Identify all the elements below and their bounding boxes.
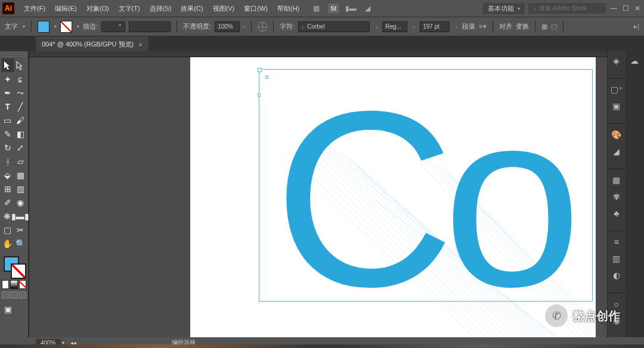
close-tab-icon[interactable]: × [138, 41, 142, 48]
pen-tool[interactable]: ✒ [1, 86, 14, 100]
gpu-icon[interactable]: ◢ [363, 4, 372, 13]
symbols-panel-icon[interactable]: ♣ [611, 207, 623, 219]
gradient-panel-icon[interactable]: ▥ [611, 253, 623, 265]
shape-builder-tool[interactable]: ⬙ [1, 168, 14, 182]
isolate-icon[interactable]: ▦ [541, 23, 547, 30]
artboards-icon[interactable]: ▣ [611, 100, 623, 112]
hand-tool[interactable]: ✋ [1, 237, 14, 250]
chevron-down-icon[interactable]: ⌄ [374, 24, 379, 29]
document-area[interactable]: Co [29, 51, 607, 337]
screen-mode-tool[interactable]: ▣ [1, 302, 15, 316]
close-button[interactable]: ✕ [633, 4, 642, 13]
maximize-button[interactable]: ☐ [621, 4, 630, 13]
align-label[interactable]: 对齐 [499, 22, 512, 31]
stroke-width-input[interactable]: ⌃ [101, 21, 125, 32]
magic-wand-tool[interactable]: ✦ [1, 72, 14, 86]
menu-help[interactable]: 帮助(H) [273, 4, 304, 13]
panel-grip-icon[interactable] [1, 52, 27, 57]
stroke-panel-icon[interactable]: ≡ [611, 236, 623, 248]
menu-object[interactable]: 对象(O) [82, 4, 114, 13]
brushes-panel-icon[interactable]: ✾ [611, 191, 623, 203]
collapse-panel-icon[interactable]: ▸| [634, 23, 639, 30]
arrange-icon[interactable]: ▮▬ [346, 4, 355, 13]
stroke-color-swatch[interactable] [60, 21, 72, 33]
chevron-down-icon[interactable]: ▾ [23, 24, 25, 29]
new-doc-icon[interactable]: ▢⁺ [611, 83, 623, 95]
anchor-point-icon[interactable] [265, 76, 268, 79]
chevron-down-icon[interactable]: ⌄ [454, 24, 459, 29]
draw-normal-icon[interactable] [2, 291, 9, 299]
color-guide-icon[interactable]: ◢ [611, 145, 623, 157]
vari-width-profile[interactable] [129, 21, 171, 32]
shaper-tool[interactable]: ✎ [1, 127, 14, 141]
ruler-horizontal[interactable] [29, 51, 607, 57]
lasso-tool[interactable]: ɕ [14, 72, 27, 86]
rotate-tool[interactable]: ↻ [1, 141, 14, 154]
layout-icon[interactable]: ▦ [311, 4, 321, 13]
eyedropper-tool[interactable]: ✐ [1, 195, 14, 209]
zoom-tool[interactable]: 🔍 [14, 237, 27, 250]
color-panel-icon[interactable]: 🎨 [611, 129, 623, 141]
knockout-icon[interactable]: ▢ [551, 23, 557, 30]
menu-effect[interactable]: 效果(C) [176, 4, 208, 13]
type-tool[interactable]: T [1, 100, 14, 113]
fill-color-swatch[interactable] [38, 21, 49, 33]
artboard-tool[interactable]: ▢ [1, 223, 14, 237]
none-color-icon[interactable] [19, 280, 26, 289]
free-transform-tool[interactable]: ▱ [14, 154, 27, 168]
draw-behind-icon[interactable] [10, 291, 17, 299]
opacity-flyout-icon[interactable]: › [243, 24, 245, 30]
menu-view[interactable]: 视图(V) [208, 4, 240, 13]
properties-panel-icon[interactable]: ◈ [611, 55, 623, 67]
artboard[interactable]: Co [190, 57, 596, 337]
menu-file[interactable]: 文件(F) [19, 4, 50, 13]
font-weight-input[interactable]: Reg... [382, 21, 407, 32]
mesh-tool[interactable]: ⊞ [1, 182, 14, 195]
anchor-point-icon[interactable] [258, 94, 261, 97]
font-family-input[interactable]: ⌕Corbel [298, 21, 370, 32]
stroke-swatch-icon[interactable] [11, 263, 26, 279]
para-align-icon[interactable]: ≡▾ [479, 23, 486, 30]
selection-tool[interactable] [1, 58, 14, 72]
curvature-tool[interactable]: ⤳ [14, 86, 27, 100]
eraser-tool[interactable]: ◧ [14, 127, 27, 141]
graph-tool[interactable]: ▮▬▮ [13, 209, 27, 223]
menu-edit[interactable]: 编辑(E) [50, 4, 82, 13]
gradient-color-icon[interactable] [10, 280, 17, 289]
font-size-input[interactable]: 197 pt [420, 21, 450, 32]
opacity-input[interactable]: 100% [215, 21, 240, 32]
gradient-tool[interactable]: ▥ [14, 182, 27, 195]
swatches-panel-icon[interactable]: ▦ [611, 174, 623, 186]
draw-inside-icon[interactable] [19, 291, 26, 299]
menu-type[interactable]: 文字(T) [114, 4, 145, 13]
menu-select[interactable]: 选择(S) [145, 4, 177, 13]
chevron-down-icon[interactable]: ▾ [54, 24, 57, 29]
selection-bounding-box[interactable] [259, 69, 593, 302]
watermark: ✆ 整点创作 [545, 304, 620, 327]
slice-tool[interactable]: ✂ [14, 223, 27, 237]
paintbrush-tool[interactable]: 🖌 [14, 113, 27, 127]
transparency-panel-icon[interactable]: ◐ [611, 269, 623, 281]
direct-selection-tool[interactable] [14, 58, 27, 72]
stock-search-input[interactable]: ⌕搜索 Adobe Stock [528, 3, 606, 14]
chevron-down-icon[interactable]: ⌄ [412, 24, 416, 29]
stock-icon[interactable]: St [328, 4, 339, 13]
solid-color-icon[interactable] [2, 280, 9, 289]
workspace-selector[interactable]: 基本功能▾ [483, 3, 525, 14]
recolor-icon[interactable] [258, 22, 267, 32]
document-tab[interactable]: 004* @ 400% (RGB/GPU 预览) × [36, 37, 148, 51]
libraries-icon[interactable]: ☁ [628, 55, 640, 67]
chevron-down-icon[interactable]: ▾ [77, 24, 79, 29]
blend-tool[interactable]: ◉ [14, 195, 27, 209]
transform-label[interactable]: 变换 [516, 22, 529, 31]
rectangle-tool[interactable]: ▭ [1, 113, 14, 127]
fill-stroke-swatches[interactable] [1, 255, 27, 279]
scale-tool[interactable]: ⤢ [14, 141, 27, 154]
perspective-tool[interactable]: ▦ [14, 168, 27, 182]
width-tool[interactable]: ⟊ [1, 154, 14, 168]
char-label: 字符: [280, 22, 295, 31]
line-tool[interactable]: ╱ [14, 100, 27, 113]
paragraph-label[interactable]: 段落 [462, 22, 475, 31]
menu-window[interactable]: 窗口(W) [239, 4, 273, 13]
minimize-button[interactable]: — [609, 4, 618, 13]
